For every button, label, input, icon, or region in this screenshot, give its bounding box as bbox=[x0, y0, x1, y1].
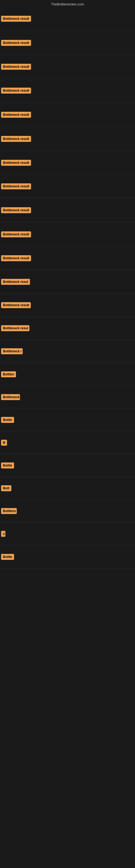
result-row: Bottlens bbox=[0, 500, 135, 522]
bottleneck-badge[interactable]: Bottleneck result bbox=[1, 302, 31, 308]
result-row: Bott bbox=[0, 477, 135, 500]
result-row: Bottlen bbox=[0, 363, 135, 386]
result-row: Bottleneck result bbox=[0, 222, 135, 246]
bottleneck-badge[interactable]: Bott bbox=[1, 485, 11, 491]
bottleneck-badge[interactable]: Bottleneck result bbox=[1, 255, 31, 261]
bottleneck-badge[interactable]: Bottlen bbox=[1, 371, 16, 377]
bottleneck-badge[interactable]: Bottle bbox=[1, 417, 14, 423]
bottleneck-badge[interactable]: B bbox=[1, 440, 7, 446]
result-row: Bottleneck result bbox=[0, 127, 135, 151]
bottleneck-badge[interactable]: Bottleneck r bbox=[1, 348, 23, 354]
result-row: Bottleneck result bbox=[0, 7, 135, 31]
bottleneck-badge[interactable]: Bottleneck result bbox=[1, 183, 31, 189]
bottleneck-badge[interactable]: Bottleneck result bbox=[1, 16, 31, 22]
results-container: Bottleneck resultBottleneck resultBottle… bbox=[0, 7, 135, 867]
result-row: Bottleneck result bbox=[0, 246, 135, 270]
result-row: Bottle bbox=[0, 454, 135, 477]
bottleneck-badge[interactable]: Bottlens bbox=[1, 508, 17, 514]
bottleneck-badge[interactable]: Bottle bbox=[1, 463, 14, 468]
bottleneck-badge[interactable]: Bottleneck result bbox=[1, 40, 31, 46]
result-row: Bottleneck result bbox=[0, 31, 135, 55]
result-row: Bottleneck result bbox=[0, 103, 135, 127]
result-row: Bottleneck result bbox=[0, 175, 135, 198]
result-row: Bottleneck result bbox=[0, 198, 135, 222]
result-row: s bbox=[0, 522, 135, 545]
bottleneck-badge[interactable]: Bottleneck bbox=[1, 394, 20, 400]
bottleneck-badge[interactable]: Bottleneck result bbox=[1, 207, 31, 213]
result-row: B bbox=[0, 431, 135, 454]
result-row: Bottleneck resul bbox=[0, 270, 135, 293]
bottleneck-badge[interactable]: Bottleneck result bbox=[1, 112, 31, 118]
result-row: Bottleneck resul bbox=[0, 317, 135, 340]
result-row: Bottleneck r bbox=[0, 340, 135, 363]
result-row: Bottle bbox=[0, 408, 135, 431]
bottleneck-badge[interactable]: Bottleneck result bbox=[1, 64, 31, 70]
bottleneck-badge[interactable]: Bottle bbox=[1, 554, 14, 560]
result-row: Bottleneck result bbox=[0, 151, 135, 175]
result-row: Bottleneck result bbox=[0, 293, 135, 317]
result-row: Bottle bbox=[0, 545, 135, 569]
bottleneck-badge[interactable]: Bottleneck result bbox=[1, 88, 31, 94]
result-row: Bottleneck result bbox=[0, 79, 135, 103]
bottleneck-badge[interactable]: Bottleneck result bbox=[1, 136, 31, 142]
bottleneck-badge[interactable]: Bottleneck resul bbox=[1, 279, 30, 285]
bottleneck-badge[interactable]: Bottleneck result bbox=[1, 160, 31, 166]
result-row: Bottleneck result bbox=[0, 55, 135, 79]
site-title-bar: TheBottlenecker.com bbox=[0, 0, 135, 7]
bottleneck-badge[interactable]: Bottleneck result bbox=[1, 231, 31, 237]
result-row: Bottleneck bbox=[0, 386, 135, 408]
site-title: TheBottlenecker.com bbox=[51, 2, 84, 6]
bottleneck-badge[interactable]: Bottleneck resul bbox=[1, 325, 30, 331]
bottleneck-badge[interactable]: s bbox=[1, 531, 5, 537]
